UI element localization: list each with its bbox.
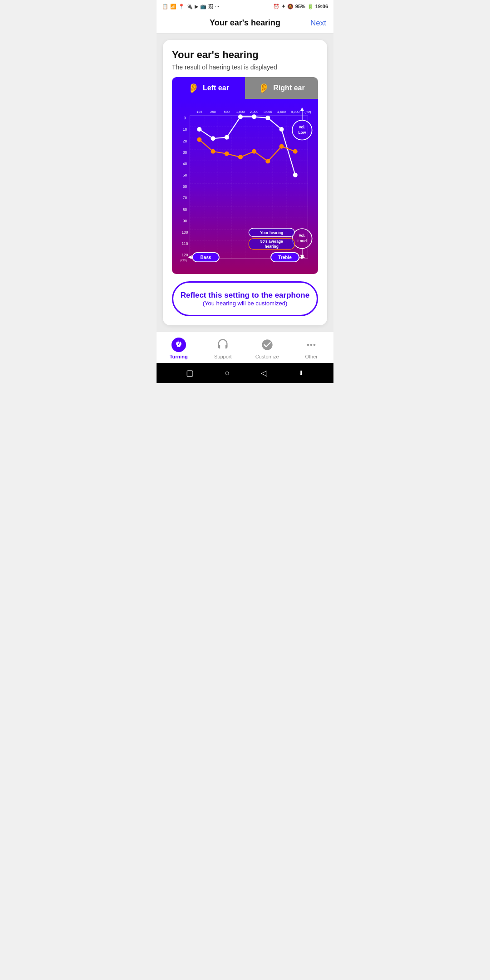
next-button[interactable]: Next — [310, 19, 326, 28]
svg-text:Your hearing: Your hearing — [260, 230, 283, 235]
svg-text:10: 10 — [183, 127, 187, 132]
turning-icon-bg — [172, 338, 186, 352]
data-point-avg — [238, 155, 243, 159]
svg-text:hearing: hearing — [265, 244, 279, 249]
menu-button[interactable]: ⬇ — [299, 369, 304, 377]
svg-text:20: 20 — [183, 139, 187, 143]
svg-text:(dB): (dB) — [180, 258, 187, 262]
svg-text:Vol.: Vol. — [299, 233, 305, 238]
left-ear-icon: 👂 — [188, 83, 199, 93]
nav-item-other[interactable]: Other — [289, 336, 334, 361]
data-point — [211, 136, 216, 141]
svg-text:60: 60 — [183, 184, 187, 189]
reflect-btn-subtitle: (You hearing will be customized) — [178, 300, 312, 307]
alarm-icon: ⏰ — [273, 4, 279, 10]
reflect-btn-title: Reflect this setting to the earphone — [178, 291, 312, 300]
ear-icon — [174, 340, 183, 349]
ear-tabs: 👂 Left ear 👂 Right ear — [172, 77, 318, 99]
svg-text:125: 125 — [196, 110, 202, 114]
svg-text:(Hz): (Hz) — [304, 110, 311, 114]
left-ear-tab[interactable]: 👂 Left ear — [172, 77, 245, 99]
data-point-avg — [293, 149, 298, 154]
svg-text:Loud: Loud — [298, 239, 307, 243]
svg-text:Treble: Treble — [278, 255, 292, 260]
data-point — [197, 127, 201, 132]
right-ear-icon: 👂 — [258, 83, 270, 93]
reflect-button[interactable]: Reflect this setting to the earphone (Yo… — [172, 281, 318, 316]
header-title: Your ear's hearing — [210, 18, 280, 28]
svg-text:Vol.: Vol. — [299, 125, 305, 129]
svg-text:30: 30 — [183, 150, 187, 155]
data-point-avg — [211, 149, 216, 154]
svg-text:90: 90 — [183, 219, 187, 223]
data-point-avg — [252, 149, 256, 154]
nav-item-customize[interactable]: Customize — [245, 336, 289, 361]
hearing-card: Your ear's hearing The result of haering… — [163, 40, 327, 325]
svg-text:250: 250 — [210, 110, 216, 114]
data-point — [252, 114, 256, 119]
headset-icon — [216, 338, 229, 351]
android-nav-bar: ▢ ○ ◁ ⬇ — [157, 363, 333, 383]
back-button[interactable]: ◁ — [261, 368, 267, 378]
status-right-icons: ⏰ ✦ 🔕 95% 🔋 19:06 — [273, 4, 328, 10]
data-point-avg — [197, 137, 201, 142]
customize-icon — [260, 338, 274, 352]
main-content: Your ear's hearing The result of haering… — [157, 34, 333, 332]
customize-label: Customize — [255, 354, 279, 359]
chart-svg: 0 10 20 30 40 50 60 70 80 90 100 110 120… — [176, 103, 314, 263]
svg-text:500: 500 — [224, 110, 230, 114]
right-ear-label: Right ear — [273, 84, 304, 92]
svg-text:2,000: 2,000 — [250, 110, 259, 114]
data-point — [225, 135, 229, 140]
mute-icon: 🔕 — [287, 4, 294, 10]
check-circle-icon — [261, 338, 274, 351]
card-title: Your ear's hearing — [172, 49, 318, 61]
data-point-avg — [225, 152, 229, 156]
svg-text:Bass: Bass — [201, 255, 211, 260]
svg-text:70: 70 — [183, 196, 187, 200]
svg-text:3,000: 3,000 — [264, 110, 272, 114]
bluetooth-icon: ✦ — [281, 4, 285, 10]
right-ear-tab[interactable]: 👂 Right ear — [245, 77, 318, 99]
svg-text:40: 40 — [183, 162, 187, 166]
svg-text:110: 110 — [181, 241, 188, 246]
data-point — [265, 116, 270, 120]
data-point-avg — [279, 144, 284, 149]
card-subtitle: The result of haering test is displayed — [172, 64, 318, 71]
data-point — [238, 114, 243, 119]
support-icon — [216, 338, 230, 352]
svg-text:Low: Low — [298, 130, 306, 135]
svg-text:120: 120 — [181, 253, 188, 257]
recents-button[interactable]: ▢ — [186, 368, 194, 378]
svg-text:50: 50 — [183, 173, 187, 177]
hearing-chart: 0 10 20 30 40 50 60 70 80 90 100 110 120… — [172, 99, 318, 274]
svg-text:4,000: 4,000 — [277, 110, 286, 114]
battery-level: 95% — [295, 4, 305, 9]
data-point-avg — [265, 159, 270, 163]
svg-text:0: 0 — [184, 116, 186, 120]
svg-marker-29 — [300, 107, 304, 111]
svg-text:1,000: 1,000 — [236, 110, 245, 114]
dots-icon — [305, 338, 318, 351]
turning-label: Turning — [170, 354, 188, 359]
bottom-nav: Turning Support Customize Other — [157, 332, 333, 363]
nav-item-support[interactable]: Support — [201, 336, 245, 361]
other-icon — [304, 338, 318, 352]
header: Your ear's hearing Next — [157, 13, 333, 34]
home-button[interactable]: ○ — [225, 368, 230, 378]
data-point — [293, 173, 298, 177]
battery-icon: 🔋 — [307, 4, 314, 10]
svg-text:80: 80 — [183, 207, 187, 212]
nav-item-turning[interactable]: Turning — [157, 336, 201, 361]
support-label: Support — [214, 354, 232, 359]
svg-text:8,000: 8,000 — [291, 110, 299, 114]
status-bar: 📋📶📍🔌▶📺🖼··· ⏰ ✦ 🔕 95% 🔋 19:06 — [157, 0, 333, 13]
time: 19:06 — [315, 4, 328, 9]
data-point — [279, 127, 284, 132]
svg-text:50's average: 50's average — [260, 239, 283, 244]
status-left-icons: 📋📶📍🔌▶📺🖼··· — [162, 4, 219, 10]
left-ear-label: Left ear — [203, 84, 229, 92]
svg-text:100: 100 — [181, 230, 188, 235]
other-label: Other — [305, 354, 318, 359]
